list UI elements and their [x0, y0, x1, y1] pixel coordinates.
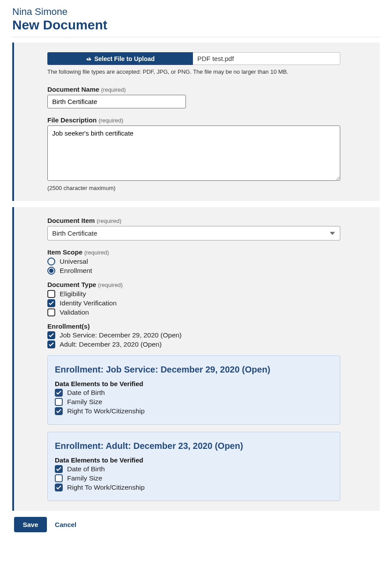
- data-element-checkbox[interactable]: Right To Work/Citizenship: [55, 407, 333, 415]
- upload-help-text: The following file types are accepted: P…: [47, 68, 340, 75]
- checkbox-icon: [47, 308, 55, 316]
- checkbox-icon: [47, 340, 55, 348]
- data-element-checkbox[interactable]: Family Size: [55, 398, 333, 406]
- checkbox-label: Right To Work/Citizenship: [67, 484, 145, 491]
- required-marker: (required): [97, 218, 121, 224]
- enrollment-checkbox[interactable]: Adult: December 23, 2020 (Open): [47, 340, 340, 348]
- document-type-label-text: Document Type: [47, 281, 96, 288]
- item-scope-label-text: Item Scope: [47, 248, 82, 256]
- required-marker: (required): [84, 249, 109, 256]
- enrollments-label: Enrollment(s): [47, 323, 340, 330]
- item-scope-label: Item Scope (required): [47, 248, 340, 256]
- checkbox-icon: [55, 484, 63, 491]
- document-item-label: Document Item (required): [47, 217, 340, 224]
- select-file-label: Select File to Upload: [94, 55, 155, 62]
- required-marker: (required): [101, 86, 126, 93]
- document-type-checkbox[interactable]: Eligibility: [47, 290, 340, 298]
- document-name-label-text: Document Name: [47, 86, 99, 93]
- select-file-button[interactable]: Select File to Upload: [47, 52, 193, 65]
- enrollment-panel-title: Enrollment: Job Service: December 29, 20…: [55, 365, 333, 375]
- char-max-note: (2500 character maximum): [47, 185, 340, 191]
- document-type-checkbox[interactable]: Validation: [47, 308, 340, 316]
- data-element-checkbox[interactable]: Date of Birth: [55, 465, 333, 473]
- radio-label: Universal: [60, 258, 88, 265]
- file-description-textarea[interactable]: [47, 125, 340, 181]
- item-scope-radio[interactable]: Universal: [47, 258, 340, 265]
- metadata-section: Document Item (required) Birth Certifica…: [12, 207, 380, 511]
- checkbox-icon: [55, 465, 63, 473]
- document-type-options: Eligibility Identity Verification Valida…: [47, 290, 340, 316]
- checkbox-label: Validation: [60, 308, 89, 316]
- page-title: New Document: [12, 18, 380, 32]
- checkbox-label: Job Service: December 29, 2020 (Open): [60, 331, 182, 339]
- checkbox-icon: [47, 290, 55, 298]
- enrollment-panel-subheading: Data Elements to be Verified: [55, 456, 333, 464]
- document-name-label: Document Name (required): [47, 86, 340, 93]
- checkbox-label: Family Size: [67, 474, 102, 482]
- enrollment-panel-title: Enrollment: Adult: December 23, 2020 (Op…: [55, 441, 333, 451]
- cancel-button[interactable]: Cancel: [55, 521, 76, 528]
- checkbox-icon: [55, 398, 63, 406]
- required-marker: (required): [98, 282, 123, 288]
- document-item-label-text: Document Item: [47, 217, 95, 224]
- document-name-input[interactable]: [47, 95, 186, 108]
- checkbox-label: Right To Work/Citizenship: [67, 407, 145, 415]
- checkbox-label: Date of Birth: [67, 465, 105, 473]
- enrollments-options: Job Service: December 29, 2020 (Open) Ad…: [47, 331, 340, 348]
- save-button[interactable]: Save: [14, 517, 47, 532]
- checkbox-label: Identity Verification: [60, 299, 117, 307]
- checkbox-icon: [55, 474, 63, 482]
- required-marker: (required): [99, 117, 123, 124]
- checkbox-icon: [47, 331, 55, 339]
- document-type-label: Document Type (required): [47, 281, 340, 288]
- radio-icon: [47, 258, 55, 265]
- item-scope-options: Universal Enrollment: [47, 258, 340, 275]
- person-name: Nina Simone: [12, 6, 380, 18]
- enrollment-panel: Enrollment: Job Service: December 29, 20…: [47, 355, 340, 425]
- checkbox-label: Adult: December 23, 2020 (Open): [60, 340, 162, 348]
- divider: [12, 37, 380, 37]
- upload-section: Select File to Upload PDF test.pdf The f…: [12, 43, 380, 201]
- radio-label: Enrollment: [60, 267, 92, 275]
- document-type-checkbox[interactable]: Identity Verification: [47, 299, 340, 307]
- file-description-label-text: File Description: [47, 116, 97, 124]
- data-element-checkbox[interactable]: Family Size: [55, 474, 333, 482]
- enrollment-panel-subheading: Data Elements to be Verified: [55, 380, 333, 387]
- enrollment-checkbox[interactable]: Job Service: December 29, 2020 (Open): [47, 331, 340, 339]
- checkbox-label: Eligibility: [60, 290, 86, 298]
- document-item-select[interactable]: Birth Certificate: [47, 226, 340, 240]
- cloud-upload-icon: [86, 56, 92, 61]
- checkbox-icon: [55, 389, 63, 397]
- checkbox-label: Family Size: [67, 398, 102, 406]
- radio-icon: [47, 267, 55, 275]
- data-element-checkbox[interactable]: Right To Work/Citizenship: [55, 484, 333, 491]
- file-description-label: File Description (required): [47, 116, 340, 124]
- item-scope-radio[interactable]: Enrollment: [47, 267, 340, 275]
- checkbox-icon: [55, 407, 63, 415]
- enrollment-panel: Enrollment: Adult: December 23, 2020 (Op…: [47, 432, 340, 501]
- checkbox-icon: [47, 299, 55, 307]
- data-element-checkbox[interactable]: Date of Birth: [55, 389, 333, 397]
- uploaded-file-name: PDF test.pdf: [193, 52, 340, 65]
- checkbox-label: Date of Birth: [67, 389, 105, 397]
